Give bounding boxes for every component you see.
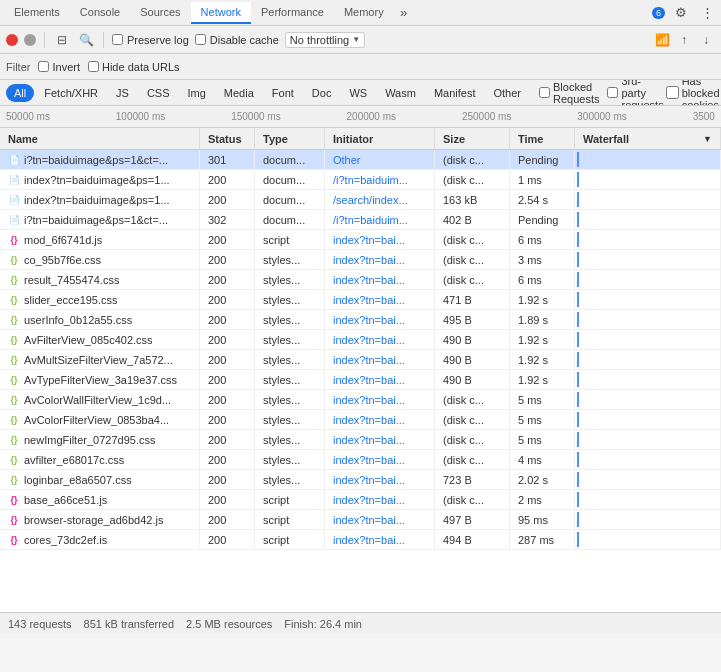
cell-time: 95 ms <box>510 510 575 529</box>
tab-bar: Elements Console Sources Network Perform… <box>0 0 721 26</box>
table-row[interactable]: {} loginbar_e8a6507.css 200 styles... in… <box>0 470 721 490</box>
cell-initiator[interactable]: index?tn=bai... <box>325 530 435 549</box>
cell-initiator[interactable]: Other <box>325 150 435 169</box>
table-row[interactable]: 📄 i?tn=baiduimage&ps=1&ct=... 302 docum.… <box>0 210 721 230</box>
more-options-icon[interactable]: ⋮ <box>697 3 717 23</box>
table-row[interactable]: {} AvColorWallFilterView_1c9d... 200 sty… <box>0 390 721 410</box>
tab-performance[interactable]: Performance <box>251 2 334 24</box>
table-row[interactable]: {} mod_6f6741d.js 200 script index?tn=ba… <box>0 230 721 250</box>
type-btn-fetch-xhr[interactable]: Fetch/XHR <box>36 84 106 102</box>
th-waterfall[interactable]: Waterfall ▼ <box>575 128 721 149</box>
download-icon[interactable]: ↓ <box>697 31 715 49</box>
cell-initiator[interactable]: index?tn=bai... <box>325 250 435 269</box>
timeline-scale: 50000 ms 100000 ms 150000 ms 200000 ms 2… <box>6 111 715 122</box>
throttle-select[interactable]: No throttling ▼ <box>285 32 365 48</box>
th-name[interactable]: Name <box>0 128 200 149</box>
type-btn-font[interactable]: Font <box>264 84 302 102</box>
th-status[interactable]: Status <box>200 128 255 149</box>
third-party-label[interactable]: 3rd-party requests <box>607 80 663 106</box>
filter-icon[interactable]: ⊟ <box>53 31 71 49</box>
cell-initiator[interactable]: index?tn=bai... <box>325 450 435 469</box>
th-type[interactable]: Type <box>255 128 325 149</box>
tab-sources[interactable]: Sources <box>130 2 190 24</box>
settings-icon[interactable]: ⚙ <box>671 3 691 23</box>
record-button[interactable] <box>6 34 18 46</box>
type-btn-js[interactable]: JS <box>108 84 137 102</box>
upload-icon[interactable]: ↑ <box>675 31 693 49</box>
cell-initiator[interactable]: index?tn=bai... <box>325 390 435 409</box>
cell-initiator[interactable]: index?tn=bai... <box>325 470 435 489</box>
hide-data-urls-label[interactable]: Hide data URLs <box>88 61 180 73</box>
cell-initiator[interactable]: /i?tn=baiduim... <box>325 210 435 229</box>
cell-waterfall <box>575 450 721 469</box>
search-icon[interactable]: 🔍 <box>77 31 95 49</box>
table-row[interactable]: {} base_a66ce51.js 200 script index?tn=b… <box>0 490 721 510</box>
cell-time: 2.54 s <box>510 190 575 209</box>
cell-type: styles... <box>255 450 325 469</box>
cell-initiator[interactable]: index?tn=bai... <box>325 310 435 329</box>
table-row[interactable]: {} AvMultSizeFilterView_7a572... 200 sty… <box>0 350 721 370</box>
cell-waterfall <box>575 410 721 429</box>
th-size[interactable]: Size <box>435 128 510 149</box>
tab-network[interactable]: Network <box>191 2 251 24</box>
hide-data-urls-checkbox[interactable] <box>88 61 99 72</box>
blocked-requests-checkbox[interactable] <box>539 87 550 98</box>
cell-initiator[interactable]: index?tn=bai... <box>325 370 435 389</box>
tab-memory[interactable]: Memory <box>334 2 394 24</box>
invert-label[interactable]: Invert <box>38 61 80 73</box>
type-btn-ws[interactable]: WS <box>341 84 375 102</box>
table-row[interactable]: {} AvTypeFilterView_3a19e37.css 200 styl… <box>0 370 721 390</box>
table-row[interactable]: {} AvFilterView_085c402.css 200 styles..… <box>0 330 721 350</box>
type-btn-manifest[interactable]: Manifest <box>426 84 484 102</box>
type-btn-other[interactable]: Other <box>485 84 529 102</box>
table-row[interactable]: {} co_95b7f6e.css 200 styles... index?tn… <box>0 250 721 270</box>
cell-initiator[interactable]: index?tn=bai... <box>325 430 435 449</box>
type-btn-media[interactable]: Media <box>216 84 262 102</box>
preserve-log-checkbox[interactable] <box>112 34 123 45</box>
type-btn-img[interactable]: Img <box>180 84 214 102</box>
throttle-arrow-icon: ▼ <box>352 35 360 44</box>
tab-elements[interactable]: Elements <box>4 2 70 24</box>
more-tabs-btn[interactable]: » <box>394 3 414 23</box>
table-row[interactable]: {} AvColorFilterView_0853ba4... 200 styl… <box>0 410 721 430</box>
clear-button[interactable] <box>24 34 36 46</box>
table-row[interactable]: {} slider_ecce195.css 200 styles... inde… <box>0 290 721 310</box>
type-btn-wasm[interactable]: Wasm <box>377 84 424 102</box>
cell-initiator[interactable]: index?tn=bai... <box>325 350 435 369</box>
filter-bar: Filter Invert Hide data URLs <box>0 54 721 80</box>
table-row[interactable]: 📄 i?tn=baiduimage&ps=1&ct=... 301 docum.… <box>0 150 721 170</box>
cell-initiator[interactable]: index?tn=bai... <box>325 230 435 249</box>
th-time[interactable]: Time <box>510 128 575 149</box>
cell-initiator[interactable]: /i?tn=baiduim... <box>325 170 435 189</box>
table-row[interactable]: {} avfilter_e68017c.css 200 styles... in… <box>0 450 721 470</box>
online-icon[interactable]: 📶 <box>653 31 671 49</box>
disable-cache-checkbox[interactable] <box>195 34 206 45</box>
preserve-log-label[interactable]: Preserve log <box>112 34 189 46</box>
table-row[interactable]: {} cores_73dc2ef.is 200 script index?tn=… <box>0 530 721 550</box>
table-row[interactable]: 📄 index?tn=baiduimage&ps=1... 200 docum.… <box>0 190 721 210</box>
invert-checkbox[interactable] <box>38 61 49 72</box>
cell-initiator[interactable]: index?tn=bai... <box>325 510 435 529</box>
type-btn-all[interactable]: All <box>6 84 34 102</box>
cell-initiator[interactable]: index?tn=bai... <box>325 290 435 309</box>
blocked-requests-label[interactable]: Blocked Requests <box>539 81 599 105</box>
has-blocked-cookies-checkbox[interactable] <box>666 86 679 99</box>
tab-console[interactable]: Console <box>70 2 130 24</box>
table-row[interactable]: {} result_7455474.css 200 styles... inde… <box>0 270 721 290</box>
table-row[interactable]: {} browser-storage_ad6bd42.js 200 script… <box>0 510 721 530</box>
table-row[interactable]: {} userInfo_0b12a55.css 200 styles... in… <box>0 310 721 330</box>
cell-initiator[interactable]: index?tn=bai... <box>325 490 435 509</box>
cell-initiator[interactable]: /search/index... <box>325 190 435 209</box>
cell-initiator[interactable]: index?tn=bai... <box>325 270 435 289</box>
third-party-checkbox[interactable] <box>607 87 618 98</box>
th-initiator[interactable]: Initiator <box>325 128 435 149</box>
disable-cache-label[interactable]: Disable cache <box>195 34 279 46</box>
type-btn-doc[interactable]: Doc <box>304 84 340 102</box>
has-blocked-cookies-label[interactable]: Has blocked cookies <box>666 80 720 106</box>
cell-initiator[interactable]: index?tn=bai... <box>325 410 435 429</box>
table-row[interactable]: {} newImgFilter_0727d95.css 200 styles..… <box>0 430 721 450</box>
table-body: 📄 i?tn=baiduimage&ps=1&ct=... 301 docum.… <box>0 150 721 612</box>
cell-initiator[interactable]: index?tn=bai... <box>325 330 435 349</box>
table-row[interactable]: 📄 index?tn=baiduimage&ps=1... 200 docum.… <box>0 170 721 190</box>
type-btn-css[interactable]: CSS <box>139 84 178 102</box>
